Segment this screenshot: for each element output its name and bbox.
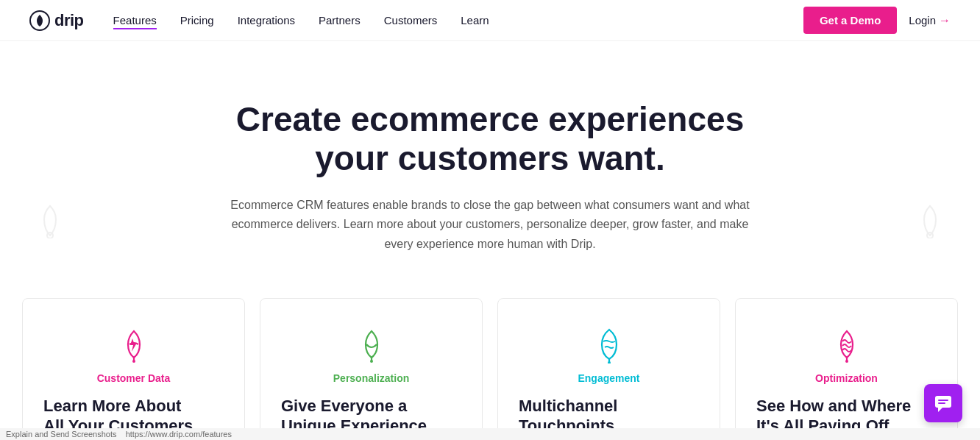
card-customer-data: Customer Data Learn More About All Your … [22,298,245,440]
hero-description: Ecommerce CRM features enable brands to … [229,196,751,254]
feature-cards: Customer Data Learn More About All Your … [0,298,980,440]
nav-link-features[interactable]: Features [113,14,157,29]
nav-link-integrations[interactable]: Integrations [238,14,295,26]
nav-item-learn[interactable]: Learn [461,14,489,27]
nav-link-learn[interactable]: Learn [461,14,489,26]
hero-title: Create ecommerce experiences your custom… [29,100,951,178]
nav-right: Get a Demo Login → [803,7,951,34]
card-category-engagement: Engagement [519,372,699,384]
navigation: drip Features Pricing Integrations Partn… [0,0,980,41]
card-category-customer-data: Customer Data [43,372,224,384]
svg-rect-7 [935,396,951,408]
svg-point-4 [370,360,373,363]
nav-link-customers[interactable]: Customers [384,14,438,26]
card-category-personalization: Personalization [281,372,461,384]
card-icon-customer-data [43,325,224,363]
chat-widget[interactable] [924,384,962,422]
nav-item-partners[interactable]: Partners [319,14,361,27]
deco-right [915,203,945,241]
card-category-optimization: Optimization [756,372,937,384]
card-engagement: Engagement Multichannel Touchpoints [497,298,720,440]
arrow-right-icon: → [939,14,951,27]
nav-link-pricing[interactable]: Pricing [180,14,214,26]
svg-rect-9 [938,400,948,401]
hero-section: Create ecommerce experiences your custom… [0,41,980,298]
nav-item-pricing[interactable]: Pricing [180,14,214,27]
card-icon-engagement [519,325,699,363]
svg-rect-10 [938,402,945,404]
svg-point-6 [845,360,848,363]
card-icon-personalization [281,325,461,363]
nav-links: Features Pricing Integrations Partners C… [113,14,803,27]
get-demo-button[interactable]: Get a Demo [803,7,897,34]
nav-link-partners[interactable]: Partners [319,14,361,26]
card-icon-optimization [756,325,937,363]
status-bar: Explain and Send Screenshots https://www… [0,428,980,440]
logo-link[interactable]: drip [29,10,84,31]
chat-icon [933,393,954,414]
logo-icon [29,10,50,31]
card-personalization: Personalization Give Everyone a Unique E… [260,298,483,440]
nav-item-customers[interactable]: Customers [384,14,438,27]
nav-item-integrations[interactable]: Integrations [238,14,295,27]
logo-text: drip [54,11,84,30]
nav-item-features[interactable]: Features [113,14,157,27]
svg-marker-8 [938,408,942,412]
svg-point-3 [132,360,135,363]
svg-point-5 [608,361,611,363]
deco-left [35,203,65,241]
login-button[interactable]: Login → [909,14,951,27]
